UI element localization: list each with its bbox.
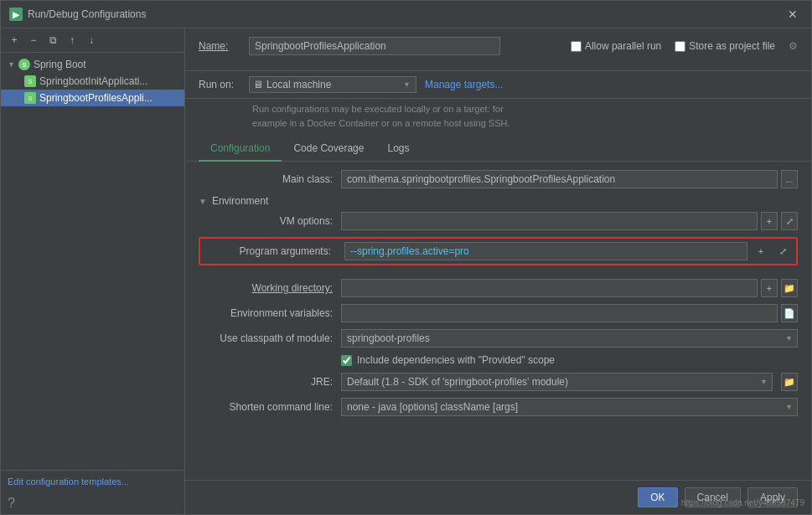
jre-label: JRE: [199, 373, 333, 388]
spring-boot-label: Spring Boot [34, 59, 86, 70]
spring-boot-group: ▼ S Spring Boot S SpringbootInitApplicat… [1, 56, 184, 106]
store-as-project-label: Store as project file [689, 40, 775, 52]
vm-options-fullscreen-button[interactable]: ⤢ [781, 212, 798, 230]
add-config-button[interactable]: + [6, 32, 23, 49]
allow-parallel-checkbox-label[interactable]: Allow parallel run [571, 40, 661, 52]
remove-config-button[interactable]: − [25, 32, 42, 49]
working-dir-add-button[interactable]: + [761, 279, 778, 297]
jre-select[interactable]: Default (1.8 - SDK of 'springboot-profil… [341, 373, 773, 391]
include-deps-row: Include dependencies with "Provided" sco… [199, 354, 798, 366]
tab-configuration[interactable]: Configuration [199, 136, 282, 162]
allow-parallel-checkbox[interactable] [571, 41, 582, 52]
config-name-row: Name: Allow parallel run Store as projec… [199, 37, 798, 55]
jre-browse-button[interactable]: 📁 [781, 373, 798, 391]
config-name-input[interactable] [249, 37, 500, 55]
store-as-project-checkbox-label[interactable]: Store as project file [675, 40, 775, 52]
sidebar-footer: Edit configuration templates... [1, 470, 184, 492]
environment-section: ▼ Environment [199, 195, 798, 207]
env-collapse-arrow[interactable]: ▼ [199, 197, 207, 206]
classpath-row: Use classpath of module: springboot-prof… [199, 329, 798, 348]
classpath-label: Use classpath of module: [199, 329, 333, 344]
config-item-init-label: SpringbootInitApplicati... [39, 75, 147, 87]
spring-item-icon-profiles: S [24, 92, 36, 104]
move-up-button[interactable]: ↑ [64, 32, 80, 49]
sidebar: + − ⧉ ↑ ↓ ▼ S Spring Boot S SpringbootIn… [1, 28, 185, 514]
allow-parallel-label: Allow parallel run [585, 40, 661, 52]
help-button[interactable]: ? [1, 492, 184, 514]
classpath-select-wrapper: springboot-profiles [341, 329, 798, 348]
watermark: https://blog.csdn.net/y458537479 [681, 498, 804, 507]
config-header: Name: Allow parallel run Store as projec… [185, 28, 811, 71]
run-debug-configurations-dialog: ▶ Run/Debug Configurations ✕ + − ⧉ ↑ ↓ ▼… [0, 0, 812, 515]
shorten-cmd-label: Shorten command line: [199, 398, 333, 413]
jre-select-wrapper: Default (1.8 - SDK of 'springboot-profil… [341, 373, 773, 391]
env-vars-row: Environment variables: 📄 [199, 304, 798, 322]
main-class-input[interactable] [341, 170, 778, 188]
env-vars-wrapper: 📄 [341, 304, 798, 322]
vm-options-input[interactable] [341, 212, 758, 230]
config-item-profiles-label: SpringbootProfilesAppli... [39, 92, 153, 104]
dialog-title: Run/Debug Configurations [28, 8, 146, 20]
move-down-button[interactable]: ↓ [83, 32, 100, 49]
working-dir-row: Working directory: + 📁 [199, 279, 798, 297]
main-content: + − ⧉ ↑ ↓ ▼ S Spring Boot S SpringbootIn… [1, 28, 811, 514]
tab-code-coverage[interactable]: Code Coverage [282, 136, 375, 162]
run-on-row: Run on: 🖥 Local machine Manage targets..… [185, 71, 811, 99]
program-args-fullscreen-button[interactable]: ⤢ [774, 242, 791, 260]
spring-boot-group-header[interactable]: ▼ S Spring Boot [1, 56, 184, 73]
close-button[interactable]: ✕ [783, 6, 803, 23]
working-dir-browse-button[interactable]: 📁 [781, 279, 798, 297]
include-deps-label[interactable]: Include dependencies with "Provided" sco… [357, 354, 555, 366]
environment-label: Environment [212, 195, 268, 207]
jre-row: JRE: Default (1.8 - SDK of 'springboot-p… [199, 373, 798, 391]
shorten-cmd-row: Shorten command line: none - java [optio… [199, 398, 798, 416]
working-dir-wrapper: + 📁 [341, 279, 798, 297]
copy-config-button[interactable]: ⧉ [44, 32, 61, 49]
main-class-browse-button[interactable]: ... [781, 170, 798, 188]
sidebar-toolbar: + − ⧉ ↑ ↓ [1, 28, 184, 53]
program-args-input[interactable] [344, 242, 747, 260]
edit-templates-link[interactable]: Edit configuration templates... [8, 476, 129, 487]
classpath-select[interactable]: springboot-profiles [341, 329, 798, 348]
include-deps-checkbox[interactable] [341, 355, 352, 366]
run-hint: Run configurations may be executed local… [185, 99, 811, 136]
store-gear-icon[interactable]: ⚙ [789, 40, 798, 52]
program-args-label: Program arguments: [205, 242, 339, 260]
tabs-bar: Configuration Code Coverage Logs [185, 136, 811, 162]
sidebar-tree: ▼ S Spring Boot S SpringbootInitApplicat… [1, 53, 184, 470]
shorten-cmd-select-wrapper: none - java [options] className [args] [341, 398, 798, 416]
env-vars-input[interactable] [341, 304, 778, 322]
name-label: Name: [199, 40, 240, 52]
right-panel: Name: Allow parallel run Store as projec… [185, 28, 811, 514]
vm-options-row: VM options: + ⤢ [199, 212, 798, 230]
config-item-profiles[interactable]: S SpringbootProfilesAppli... [1, 90, 184, 106]
spring-icon: S [18, 59, 30, 70]
dialog-footer: OK Cancel Apply [185, 480, 811, 514]
run-on-value: Local machine [266, 79, 331, 90]
main-class-input-wrapper: ... [341, 170, 798, 188]
dialog-icon: ▶ [9, 8, 23, 21]
tab-logs[interactable]: Logs [375, 136, 421, 162]
group-arrow-icon: ▼ [8, 60, 15, 69]
config-item-init[interactable]: S SpringbootInitApplicati... [1, 73, 184, 90]
config-form: Main class: ... ▼ Environment VM options… [185, 162, 811, 480]
program-args-section: ➔ Program arguments: + ⤢ [199, 237, 798, 272]
monitor-icon: 🖥 [253, 79, 263, 90]
store-as-project-checkbox[interactable] [675, 41, 685, 52]
ok-button[interactable]: OK [638, 487, 677, 507]
run-on-label: Run on: [199, 79, 240, 90]
main-class-row: Main class: ... [199, 170, 798, 188]
program-args-highlighted-row: Program arguments: + ⤢ [199, 237, 798, 265]
spring-item-icon: S [24, 75, 36, 87]
working-dir-input[interactable] [341, 279, 758, 297]
vm-options-label: VM options: [199, 212, 333, 227]
env-vars-label: Environment variables: [199, 304, 333, 319]
manage-targets-link[interactable]: Manage targets... [425, 79, 503, 90]
main-class-label: Main class: [199, 170, 333, 185]
program-args-expand-button[interactable]: + [753, 242, 769, 260]
run-on-select[interactable]: 🖥 Local machine [249, 76, 416, 93]
vm-options-expand-button[interactable]: + [761, 212, 778, 230]
title-bar: ▶ Run/Debug Configurations ✕ [1, 1, 811, 28]
shorten-cmd-select[interactable]: none - java [options] className [args] [341, 398, 798, 416]
env-vars-browse-button[interactable]: 📄 [781, 304, 798, 322]
